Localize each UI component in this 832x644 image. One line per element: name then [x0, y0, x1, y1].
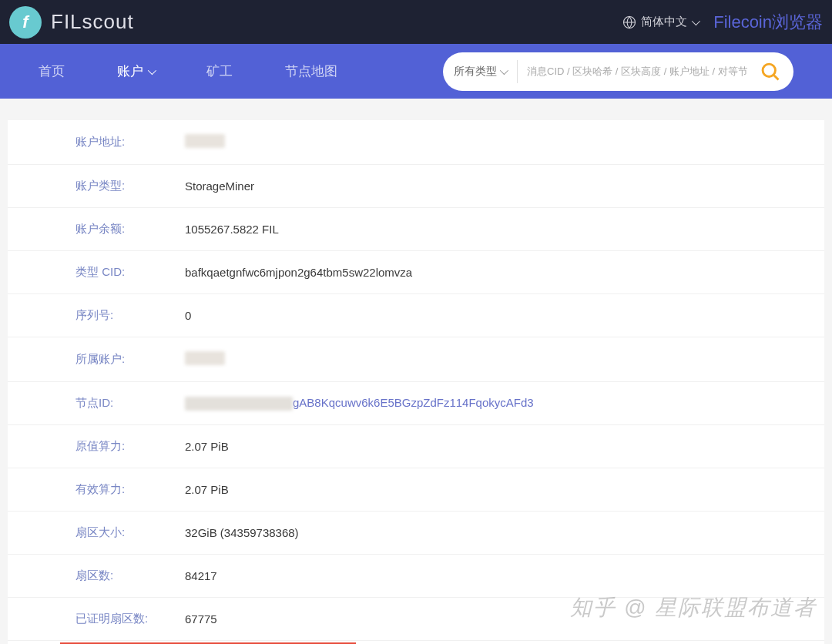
nav-item-label: 节点地图 [285, 62, 337, 80]
detail-row-3: 类型 CID:bafkqaetgnfwc6mjpon2g64tbm5sw22lo… [8, 251, 824, 294]
detail-value [185, 134, 824, 150]
search-input[interactable] [518, 52, 757, 91]
search-button[interactable] [757, 58, 784, 86]
search-type-label: 所有类型 [454, 65, 497, 79]
nav-item-label: 首页 [39, 62, 65, 80]
detail-row-12: 失败扇区数:16442 (19.523%) [8, 641, 824, 644]
detail-row-8: 有效算力:2.07 PiB [8, 468, 824, 512]
detail-value [185, 351, 824, 367]
detail-value: 2.07 PiB [185, 440, 824, 453]
detail-label: 节点ID: [8, 396, 185, 411]
detail-label: 已证明扇区数: [8, 612, 185, 626]
search-container: 所有类型 [443, 52, 793, 91]
detail-row-5: 所属账户: [8, 337, 824, 382]
detail-label: 所属账户: [8, 352, 185, 367]
detail-value: 0 [185, 309, 824, 322]
detail-value-text: gAB8Kqcuwv6k6E5BGzpZdFz114FqokycAFd3 [293, 396, 534, 409]
account-details-panel: 账户地址:账户类型:StorageMiner账户余额:1055267.5822 … [8, 120, 824, 644]
redacted-value [185, 134, 225, 148]
nav-item-3[interactable]: 节点地图 [285, 62, 337, 80]
detail-label: 扇区大小: [8, 525, 185, 540]
nav-bar: 首页账户矿工节点地图 所有类型 [0, 44, 832, 99]
detail-label: 账户类型: [8, 179, 185, 193]
redacted-prefix [185, 397, 293, 411]
redacted-value [185, 351, 225, 365]
detail-label: 账户地址: [8, 135, 185, 149]
detail-row-4: 序列号:0 [8, 294, 824, 337]
nav-item-label: 矿工 [206, 62, 233, 80]
detail-label: 类型 CID: [8, 265, 185, 280]
detail-value: 1055267.5822 FIL [185, 223, 824, 236]
detail-value: 67775 [185, 612, 824, 626]
language-selector[interactable]: 简体中文 [622, 15, 698, 29]
search-icon [760, 61, 781, 82]
detail-row-0: 账户地址: [8, 120, 824, 165]
detail-label: 有效算力: [8, 482, 185, 497]
logo-area[interactable]: f FILscout [9, 6, 134, 39]
detail-label: 扇区数: [8, 569, 185, 583]
nav-item-0[interactable]: 首页 [39, 62, 65, 80]
nav-items: 首页账户矿工节点地图 [39, 62, 337, 80]
detail-value[interactable]: gAB8Kqcuwv6k6E5BGzpZdFz114FqokycAFd3 [185, 396, 824, 411]
top-header: f FILscout 简体中文 Filecoin浏览器 [0, 0, 832, 44]
chevron-down-icon [500, 65, 508, 74]
detail-value: StorageMiner [185, 179, 824, 193]
nav-item-1[interactable]: 账户 [117, 62, 154, 80]
language-label: 简体中文 [641, 15, 687, 29]
svg-point-1 [763, 64, 775, 76]
detail-value: 84217 [185, 569, 824, 582]
nav-item-2[interactable]: 矿工 [206, 62, 233, 80]
logo-icon: f [9, 6, 42, 39]
detail-label: 原值算力: [8, 439, 185, 454]
nav-item-label: 账户 [117, 62, 143, 80]
globe-icon [622, 15, 636, 29]
detail-row-10: 扇区数:84217 [8, 555, 824, 598]
detail-label: 序列号: [8, 308, 185, 323]
detail-row-6: 节点ID:gAB8Kqcuwv6k6E5BGzpZdFz114FqokycAFd… [8, 382, 824, 425]
header-right: 简体中文 Filecoin浏览器 [622, 11, 823, 34]
detail-row-9: 扇区大小:32GiB (34359738368) [8, 512, 824, 555]
logo-text: FILscout [51, 10, 134, 34]
detail-value: 32GiB (34359738368) [185, 526, 824, 539]
detail-value: bafkqaetgnfwc6mjpon2g64tbm5sw22lomvza [185, 266, 824, 279]
brand-link[interactable]: Filecoin浏览器 [713, 11, 823, 34]
svg-line-2 [774, 75, 779, 79]
chevron-down-icon [148, 65, 156, 74]
detail-value: 2.07 PiB [185, 483, 824, 496]
detail-label: 账户余额: [8, 222, 185, 236]
detail-row-11: 已证明扇区数:67775 [8, 598, 824, 641]
chevron-down-icon [692, 16, 700, 25]
search-type-selector[interactable]: 所有类型 [443, 60, 518, 83]
detail-row-7: 原值算力:2.07 PiB [8, 425, 824, 468]
detail-row-1: 账户类型:StorageMiner [8, 165, 824, 208]
detail-row-2: 账户余额:1055267.5822 FIL [8, 208, 824, 251]
